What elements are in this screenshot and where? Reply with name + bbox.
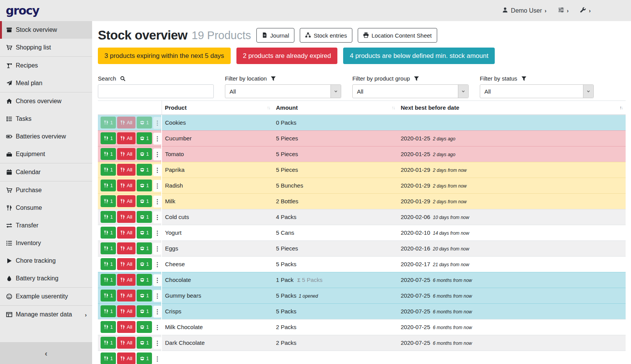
open-one-button[interactable]: 1 xyxy=(137,195,152,207)
sidebar-item-battery-tracking[interactable]: Battery tracking xyxy=(0,270,92,287)
consume-all-button[interactable]: All xyxy=(117,180,135,191)
row-menu-button[interactable]: ⋮ xyxy=(153,164,162,176)
sidebar-item-batteries-overview[interactable]: Batteries overview xyxy=(0,128,92,145)
consume-all-button[interactable]: All xyxy=(117,274,135,286)
sidebar-item-meal-plan[interactable]: Meal plan xyxy=(0,74,92,92)
status-filter-select[interactable]: All xyxy=(480,84,594,98)
consume-one-button[interactable]: 1 xyxy=(101,164,116,176)
consume-one-button[interactable]: 1 xyxy=(101,180,116,191)
consume-all-button[interactable]: All xyxy=(117,227,135,239)
sidebar-item-tasks[interactable]: Tasks xyxy=(0,110,92,128)
consume-all-button[interactable]: All xyxy=(117,337,135,349)
consume-one-button[interactable]: 1 xyxy=(101,227,116,239)
sort-icon[interactable]: ↑↓ xyxy=(267,105,270,110)
sidebar-collapse-button[interactable]: ‹ xyxy=(0,342,92,364)
alert-info[interactable]: 4 products are below defined min. stock … xyxy=(343,48,495,64)
open-one-button[interactable]: 1 xyxy=(137,132,152,144)
consume-one-button[interactable]: 1 xyxy=(101,117,116,128)
search-input[interactable] xyxy=(98,84,214,98)
consume-one-button[interactable]: 1 xyxy=(101,337,116,349)
row-menu-button[interactable]: ⋮ xyxy=(153,259,162,270)
row-menu-button[interactable]: ⋮ xyxy=(153,321,162,333)
consume-one-button[interactable]: 1 xyxy=(101,242,116,254)
grocy-logo[interactable]: grocy xyxy=(6,4,39,17)
alert-warning[interactable]: 3 products expiring within the next 5 da… xyxy=(98,48,231,64)
consume-one-button[interactable]: 1 xyxy=(101,211,116,223)
open-one-button[interactable]: 1 xyxy=(137,117,152,128)
sidebar-item-chores-overview[interactable]: Chores overview xyxy=(0,92,92,110)
consume-all-button[interactable]: All xyxy=(117,195,135,207)
consume-all-button[interactable]: All xyxy=(117,242,135,254)
consume-one-button[interactable]: 1 xyxy=(101,148,116,160)
settings-menu[interactable]: › xyxy=(558,7,569,14)
location-content-sheet-button[interactable]: Location Content Sheet xyxy=(358,28,437,43)
consume-one-button[interactable]: 1 xyxy=(101,274,116,286)
consume-all-button[interactable]: All xyxy=(117,148,135,160)
row-menu-button[interactable]: ⋮ xyxy=(153,196,162,208)
sidebar-item-stock-overview[interactable]: Stock overview xyxy=(0,21,92,39)
sort-icon[interactable]: ↑↓ xyxy=(391,105,395,110)
consume-one-button[interactable]: 1 xyxy=(101,321,116,333)
consume-one-button[interactable]: 1 xyxy=(101,195,116,207)
sidebar-item-transfer[interactable]: Transfer xyxy=(0,217,92,234)
consume-all-button[interactable]: All xyxy=(117,305,135,317)
sidebar-item-inventory[interactable]: Inventory xyxy=(0,234,92,252)
consume-one-button[interactable]: 1 xyxy=(101,305,116,317)
sidebar-item-purchase[interactable]: Purchase xyxy=(0,181,92,199)
user-menu[interactable]: Demo User › xyxy=(502,7,547,14)
consume-all-button[interactable]: All xyxy=(117,321,135,333)
product-group-filter-select[interactable]: All xyxy=(352,84,469,98)
sidebar-item-recipes[interactable]: Recipes xyxy=(0,57,92,74)
sidebar-item-manage-master-data[interactable]: Manage master data› xyxy=(0,306,92,323)
open-one-button[interactable]: 1 xyxy=(137,227,152,239)
column-header-product[interactable]: Product ↑↓ xyxy=(162,101,273,115)
row-menu-button[interactable]: ⋮ xyxy=(153,290,162,302)
consume-all-button[interactable]: All xyxy=(117,211,135,223)
consume-one-button[interactable]: 1 xyxy=(101,132,116,144)
admin-menu[interactable]: › xyxy=(580,7,591,14)
row-menu-button[interactable]: ⋮ xyxy=(153,337,162,349)
column-header-next-best-before-date[interactable]: Next best before date ↑↓ xyxy=(398,101,626,115)
column-header-amount[interactable]: Amount ↑↓ xyxy=(273,101,398,115)
row-menu-button[interactable]: ⋮ xyxy=(153,211,162,223)
journal-button[interactable]: Journal xyxy=(256,28,294,43)
open-one-button[interactable]: 1 xyxy=(137,211,152,223)
open-one-button[interactable]: 1 xyxy=(137,242,152,254)
consume-all-button[interactable]: All xyxy=(117,258,135,270)
open-one-button[interactable]: 1 xyxy=(137,274,152,286)
alert-danger[interactable]: 2 products are already expired xyxy=(236,48,338,64)
open-one-button[interactable]: 1 xyxy=(137,321,152,333)
open-one-button[interactable]: 1 xyxy=(137,148,152,160)
row-menu-button[interactable]: ⋮ xyxy=(153,227,162,239)
sidebar-item-example-userentity[interactable]: Example userentity xyxy=(0,288,92,305)
open-one-button[interactable]: 1 xyxy=(137,180,152,191)
consume-one-button[interactable]: 1 xyxy=(101,290,116,301)
location-filter-select[interactable]: All xyxy=(225,84,341,98)
row-menu-button[interactable]: ⋮ xyxy=(153,133,162,145)
sidebar-item-consume[interactable]: Consume xyxy=(0,199,92,217)
sidebar-item-calendar[interactable]: Calendar xyxy=(0,163,92,181)
sidebar-item-chore-tracking[interactable]: Chore tracking xyxy=(0,252,92,270)
consume-one-button[interactable]: 1 xyxy=(101,352,116,364)
open-one-button[interactable]: 1 xyxy=(137,352,152,364)
sort-icon[interactable]: ↑↓ xyxy=(619,105,623,110)
row-menu-button[interactable]: ⋮ xyxy=(153,180,162,192)
row-menu-button[interactable]: ⋮ xyxy=(153,274,162,286)
consume-all-button[interactable]: All xyxy=(117,164,135,176)
consume-all-button[interactable]: All xyxy=(117,290,135,301)
row-menu-button[interactable]: ⋮ xyxy=(153,306,162,318)
stock-entries-button[interactable]: Stock entries xyxy=(300,28,352,43)
sidebar-item-shopping-list[interactable]: Shopping list xyxy=(0,39,92,56)
open-one-button[interactable]: 1 xyxy=(137,290,152,301)
open-one-button[interactable]: 1 xyxy=(137,337,152,349)
consume-one-button[interactable]: 1 xyxy=(101,258,116,270)
row-menu-button[interactable]: ⋮ xyxy=(153,243,162,255)
consume-all-button[interactable]: All xyxy=(117,352,135,364)
open-one-button[interactable]: 1 xyxy=(137,164,152,176)
open-one-button[interactable]: 1 xyxy=(137,305,152,317)
consume-all-button[interactable]: All xyxy=(117,132,135,144)
sidebar-item-equipment[interactable]: Equipment xyxy=(0,145,92,163)
consume-all-button[interactable]: All xyxy=(117,117,135,128)
open-one-button[interactable]: 1 xyxy=(137,258,152,270)
row-menu-button[interactable]: ⋮ xyxy=(153,353,162,364)
